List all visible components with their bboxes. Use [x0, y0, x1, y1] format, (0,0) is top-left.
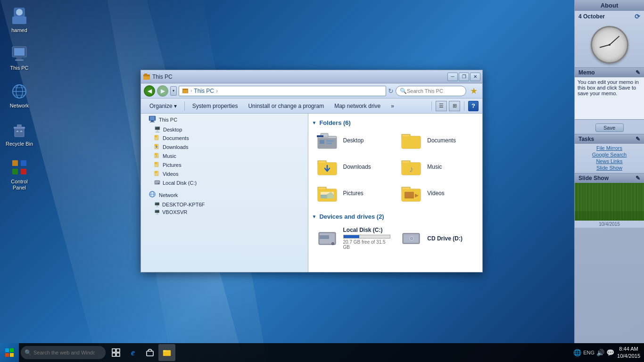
desktop-icon-hamed[interactable]: hamed: [2, 5, 36, 35]
nav-desktop[interactable]: 🖥️ Desktop: [141, 125, 308, 133]
taskbar-search-icon: 🔍: [25, 349, 32, 356]
desktop-folder-label: Desktop: [343, 137, 364, 144]
folders-title: Folders (6): [319, 119, 350, 126]
desktop-icon-thispc[interactable]: This PC: [2, 42, 36, 73]
svg-rect-38: [155, 171, 157, 173]
drive-item-c[interactable]: Local Disk (C:) 20.7 GB free of 31.5 GB: [312, 224, 395, 253]
slideshow-title: Slide Show: [578, 175, 609, 181]
address-this-pc[interactable]: This PC: [194, 88, 214, 94]
svg-rect-12: [15, 128, 24, 137]
system-properties-button[interactable]: System properties: [188, 101, 243, 111]
nav-downloads[interactable]: Downloads: [141, 142, 308, 151]
minimize-button[interactable]: ─: [447, 73, 458, 81]
nav-music[interactable]: ♪ Music: [141, 151, 308, 160]
drives-section-header[interactable]: ▼ Devices and drives (2): [312, 211, 479, 222]
edge-button[interactable]: e: [124, 344, 141, 361]
uninstall-button[interactable]: Uninstall or change a program: [243, 101, 329, 111]
task-file-mirrors[interactable]: File Mirrors: [575, 145, 644, 151]
nav-thispc-icon: [149, 115, 156, 124]
folders-section-header[interactable]: ▼ Folders (6): [312, 117, 479, 128]
svg-rect-48: [317, 135, 323, 137]
more-button[interactable]: »: [386, 101, 399, 111]
about-refresh-icon[interactable]: ⟳: [635, 13, 640, 20]
desktop-icon-control[interactable]: Control Panel: [2, 156, 36, 193]
file-item-videos[interactable]: Videos: [396, 181, 479, 206]
nav-videos[interactable]: Videos: [141, 169, 308, 178]
local-disk-info: Local Disk (C:) 20.7 GB free of 31.5 GB: [343, 227, 391, 250]
slideshow-edit-icon[interactable]: ✎: [636, 175, 640, 181]
svg-rect-36: [155, 162, 157, 164]
memo-edit-icon[interactable]: ✎: [636, 69, 640, 76]
favorites-button[interactable]: ★: [468, 85, 479, 97]
organize-button[interactable]: Organize ▾: [145, 101, 182, 111]
task-slideshow[interactable]: Slide Show: [575, 165, 644, 171]
desktop-icon-recycle[interactable]: Recycle Bin: [2, 118, 36, 149]
task-google-search[interactable]: Google Search: [575, 151, 644, 158]
nav-this-pc-label: This PC: [159, 117, 177, 123]
memo-textarea[interactable]: You can edit your memo in this box and c…: [575, 77, 644, 120]
clock-widget: [575, 22, 644, 67]
help-button[interactable]: ?: [468, 101, 479, 111]
edge-icon: e: [131, 348, 135, 358]
desktop-icon-network[interactable]: Network: [2, 80, 36, 111]
task-news-links[interactable]: News Links: [575, 158, 644, 165]
notification-icon[interactable]: 💬: [606, 349, 614, 356]
search-input[interactable]: [407, 88, 462, 94]
view-details-button[interactable]: ☰: [436, 101, 447, 111]
tasks-list: File Mirrors Google Search News Links Sl…: [575, 144, 644, 173]
network-tray-icon[interactable]: 🌐: [573, 349, 581, 356]
address-arrow[interactable]: ›: [216, 88, 218, 94]
file-item-documents[interactable]: Documents: [396, 128, 479, 153]
taskbar: 🔍 e: [0, 343, 644, 362]
control-label: Control Panel: [4, 179, 34, 191]
map-drive-button[interactable]: Map network drive: [330, 101, 385, 111]
nav-network[interactable]: Network: [141, 189, 308, 201]
nav-local-disk[interactable]: Local Disk (C:): [141, 178, 308, 187]
start-button[interactable]: [0, 343, 19, 362]
task-view-button[interactable]: [107, 344, 124, 361]
nav-pictures[interactable]: Pictures: [141, 160, 308, 169]
explorer-taskbar-button[interactable]: [158, 344, 175, 361]
file-item-music[interactable]: ♪ Music: [396, 155, 479, 179]
slideshow-header: Slide Show ✎: [575, 173, 644, 183]
file-item-pictures[interactable]: Pictures: [312, 181, 395, 206]
store-icon: [146, 348, 154, 357]
language-icon[interactable]: ENG: [583, 350, 594, 355]
taskbar-clock[interactable]: 8:44 AM 10/4/2015: [617, 346, 640, 360]
local-disk-icon: [316, 229, 339, 248]
file-item-downloads[interactable]: Downloads: [312, 155, 395, 179]
memo-save-button[interactable]: Save: [595, 123, 624, 132]
nav-documents[interactable]: Documents: [141, 133, 308, 142]
address-bar[interactable]: › This PC ›: [179, 86, 386, 96]
svg-rect-96: [147, 351, 153, 356]
forward-button[interactable]: ▶: [157, 85, 168, 97]
file-item-desktop[interactable]: Desktop: [312, 128, 395, 153]
taskbar-search-input[interactable]: [33, 350, 95, 355]
nav-dropdown[interactable]: ▾: [170, 86, 177, 96]
drive-item-d[interactable]: CD Drive (D:): [396, 224, 479, 253]
view-toggle-button[interactable]: ⊞: [449, 101, 460, 111]
search-icon: 🔍: [400, 88, 407, 94]
pictures-folder-icon: [316, 184, 339, 203]
nav-vboxsvr[interactable]: 🖥️ VBOXSVR: [141, 208, 308, 216]
svg-rect-89: [10, 348, 14, 352]
close-button[interactable]: ✕: [470, 73, 480, 81]
content-area: This PC 🖥️ Desktop Documents Downl: [141, 114, 482, 272]
restore-button[interactable]: ❐: [459, 73, 469, 81]
svg-rect-90: [5, 353, 9, 357]
back-button[interactable]: ◀: [144, 85, 155, 97]
navigation-bar: ◀ ▶ ▾ › This PC › ↻ 🔍 ★: [141, 83, 482, 99]
nav-desktop-kpt-icon: 🖥️: [154, 202, 160, 207]
nav-vboxsvr-icon: 🖥️: [154, 210, 160, 215]
nav-desktop-kpt[interactable]: 🖥️ DESKTOP-KPT6F: [141, 201, 308, 208]
volume-icon[interactable]: 🔊: [596, 349, 604, 356]
taskbar-search-box[interactable]: 🔍: [21, 346, 106, 359]
nav-pictures-icon: [154, 161, 160, 168]
store-button[interactable]: [141, 344, 158, 361]
svg-rect-1: [12, 16, 26, 24]
nav-this-pc[interactable]: This PC: [141, 114, 308, 125]
refresh-button[interactable]: ↻: [388, 87, 394, 95]
search-box[interactable]: 🔍: [396, 86, 466, 96]
tasks-edit-icon[interactable]: ✎: [636, 136, 640, 142]
window-title: This PC: [152, 74, 173, 80]
